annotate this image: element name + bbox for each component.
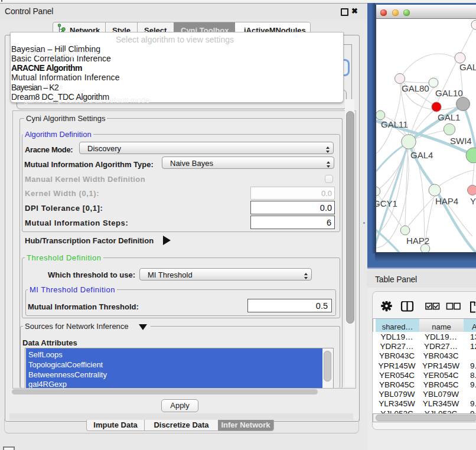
svg-text:Y: Y <box>470 196 476 206</box>
svg-text:GAL11: GAL11 <box>381 119 408 129</box>
svg-text:GCY1: GCY1 <box>376 198 397 208</box>
svg-text:GAL4: GAL4 <box>410 150 433 160</box>
svg-text:HAP4: HAP4 <box>435 196 458 206</box>
svg-text:GAL80: GAL80 <box>402 83 429 93</box>
svg-text:HAP2: HAP2 <box>406 236 429 246</box>
svg-text:GAL1: GAL1 <box>438 112 460 122</box>
svg-text:SWI4: SWI4 <box>450 136 472 146</box>
svg-text:GAL: GAL <box>459 62 476 72</box>
svg-text:GAL10: GAL10 <box>435 88 463 98</box>
